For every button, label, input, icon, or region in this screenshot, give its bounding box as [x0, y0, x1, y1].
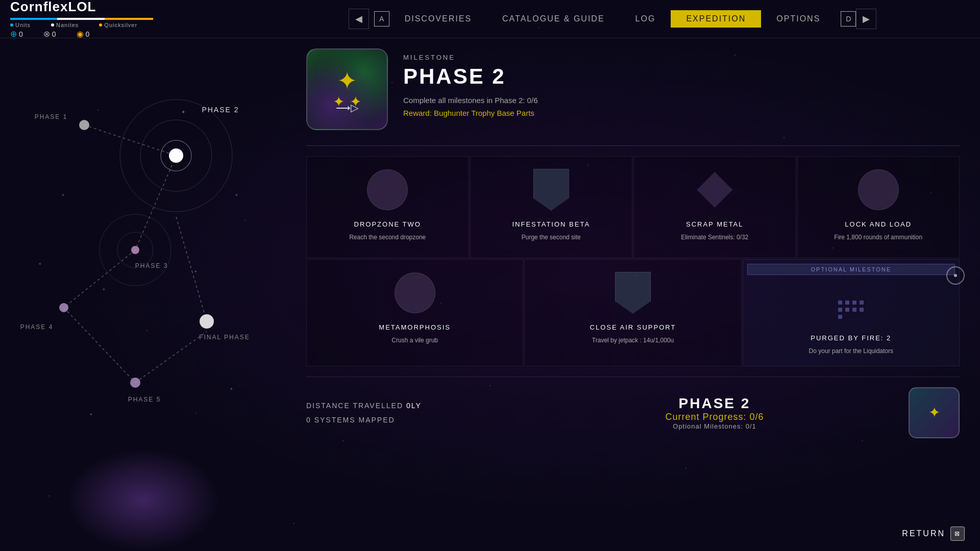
target-reticle [946, 266, 965, 285]
return-button[interactable]: RETURN ⊠ [902, 527, 965, 541]
opt-dot-6 [845, 308, 849, 312]
close-air-support-icon [607, 267, 658, 318]
svg-point-15 [130, 378, 140, 388]
lock-and-load-icon [853, 164, 904, 215]
milestone-cell-metamorphosis[interactable]: METAMORPHOSIS Crush a vile grub [306, 259, 523, 366]
quicksilver-dot [99, 23, 102, 27]
opt-dot-2 [845, 300, 849, 305]
svg-point-16 [200, 314, 214, 329]
tab-options[interactable]: OPTIONS [761, 10, 836, 28]
player-info: CornflexLOL Units Nanites Quicksilver ⊕ … [0, 0, 245, 39]
divider-top [306, 145, 960, 146]
svg-text:FINAL PHASE: FINAL PHASE [199, 334, 250, 341]
nanites-value: ⊗ 0 [43, 29, 56, 39]
lock-and-load-desc: Fire 1,800 rounds of ammunition [834, 233, 922, 242]
metamorphosis-name: METAMORPHOSIS [379, 323, 451, 331]
svg-text:✦: ✦ [61, 193, 65, 197]
nanites-dot [51, 23, 54, 27]
scrap-metal-icon [689, 164, 740, 215]
resource-labels: Units Nanites Quicksilver [10, 22, 235, 28]
optional-badge: OPTIONAL MILESTONE [747, 264, 955, 275]
milestone-progress: Complete all milestones in Phase 2: 0/6 [403, 96, 960, 105]
opt-dot-7 [852, 308, 856, 312]
purged-by-fire-desc: Do your part for the Liquidators [809, 347, 893, 356]
dropzone-two-icon [362, 164, 413, 215]
nanites-label: Nanites [51, 22, 79, 28]
svg-line-5 [135, 332, 207, 383]
systems-mapped: 0 SYSTEMS MAPPED [306, 413, 572, 427]
close-air-support-name: CLOSE AIR SUPPORT [590, 323, 676, 331]
phase-thumb-stars: ✦ [928, 404, 940, 421]
player-name: CornflexLOL [10, 0, 235, 15]
tab-discoveries[interactable]: DISCOVERIES [389, 10, 487, 28]
milestone-cell-infestation-beta[interactable]: INFESTATION BETA Purge the second site [470, 156, 633, 258]
milestone-icon: ✦ ✦ ✦ ⟶▷ [306, 48, 388, 130]
svg-text:✦: ✦ [89, 412, 93, 417]
return-label: RETURN [902, 529, 945, 538]
phase-progress-title: PHASE 2 [582, 395, 847, 412]
scrap-metal-shape [697, 172, 732, 208]
milestone-header: ✦ ✦ ✦ ⟶▷ MILESTONE PHASE 2 Complete all … [306, 48, 960, 130]
svg-text:✦: ✦ [181, 109, 185, 115]
opt-dot-8 [860, 308, 864, 312]
phase-optional-progress: Optional Milestones: 0/1 [582, 422, 847, 430]
purged-by-fire-name: PURGED BY FIRE: 2 [811, 334, 891, 342]
infestation-beta-icon [526, 164, 577, 215]
svg-text:✦: ✦ [235, 193, 238, 197]
quicksilver-label: Quicksilver [99, 22, 137, 28]
phase-thumbnail: ✦ [909, 387, 960, 438]
dropzone-two-name: DROPZONE TWO [354, 220, 421, 228]
close-air-support-desc: Travel by jetpack : 14u/1,000u [592, 336, 674, 345]
svg-point-9 [169, 148, 183, 163]
nav-tabs: ◀ A DISCOVERIES CATALOGUE & GUIDE LOG EX… [245, 9, 980, 29]
close-air-support-shape [615, 272, 651, 314]
milestone-info: MILESTONE PHASE 2 Complete all milestone… [403, 48, 960, 117]
svg-point-13 [79, 120, 89, 130]
milestone-cell-scrap-metal[interactable]: SCRAP METAL Eliminate Sentinels: 0/32 [633, 156, 796, 258]
svg-point-14 [59, 303, 68, 312]
infestation-beta-desc: Purge the second site [522, 233, 581, 242]
metamorphosis-desc: Crush a vile grub [391, 336, 438, 345]
milestone-title: PHASE 2 [403, 64, 960, 89]
a-badge: A [374, 11, 389, 27]
tab-catalogue[interactable]: CATALOGUE & GUIDE [487, 10, 620, 28]
opt-dot-4 [860, 300, 864, 305]
milestone-cell-purged-by-fire[interactable]: OPTIONAL MILESTONE PURGED BY FIRE: 2 Do … [743, 259, 960, 366]
dropzone-two-shape [367, 169, 408, 210]
travel-stats: DISTANCE TRAVELLED 0ly 0 SYSTEMS MAPPED [306, 398, 572, 427]
milestone-cell-close-air-support[interactable]: CLOSE AIR SUPPORT Travel by jetpack : 14… [524, 259, 741, 366]
svg-text:✦: ✦ [102, 287, 106, 292]
svg-text:✦: ✦ [38, 262, 42, 266]
resource-bar [10, 18, 153, 20]
units-dot [10, 23, 13, 27]
tab-expedition[interactable]: EXPEDITION [671, 10, 761, 28]
svg-line-3 [64, 250, 135, 308]
star-large-icon: ✦ [337, 69, 357, 93]
nav-prev-arrow[interactable]: ◀ [349, 9, 369, 29]
milestone-cell-lock-and-load[interactable]: LOCK AND LOAD Fire 1,800 rounds of ammun… [797, 156, 960, 258]
svg-text:✦: ✦ [194, 269, 198, 274]
scrap-metal-name: SCRAP METAL [686, 220, 744, 228]
nav-next-arrow[interactable]: ▶ [856, 9, 876, 29]
opt-dot-5 [838, 308, 842, 312]
milestone-ship-icon: ⟶▷ [336, 102, 358, 114]
milestone-cell-dropzone-two[interactable]: DROPZONE TWO Reach the second dropzone [306, 156, 469, 258]
units-value: ⊕ 0 [10, 29, 23, 39]
svg-text:PHASE 5: PHASE 5 [128, 396, 161, 403]
return-icon: ⊠ [950, 527, 965, 541]
svg-line-4 [64, 308, 135, 383]
metamorphosis-shape [395, 272, 435, 313]
milestone-label: MILESTONE [403, 54, 960, 61]
opt-dot-1 [838, 300, 842, 305]
tab-log[interactable]: LOG [620, 10, 671, 28]
infestation-beta-shape [533, 169, 569, 211]
dropzone-two-desc: Reach the second dropzone [349, 233, 426, 242]
top-navigation: CornflexLOL Units Nanites Quicksilver ⊕ … [0, 0, 980, 38]
right-panel: ✦ ✦ ✦ ⟶▷ MILESTONE PHASE 2 Complete all … [286, 38, 980, 551]
svg-line-0 [84, 125, 176, 156]
map-area: PHASE 1 PHASE 2 PHASE 3 PHASE 4 PHASE 5 … [0, 38, 286, 551]
distance-travelled: DISTANCE TRAVELLED 0ly [306, 398, 572, 413]
svg-text:PHASE 4: PHASE 4 [20, 323, 54, 331]
metamorphosis-icon [389, 267, 440, 318]
lock-and-load-name: LOCK AND LOAD [845, 220, 912, 228]
